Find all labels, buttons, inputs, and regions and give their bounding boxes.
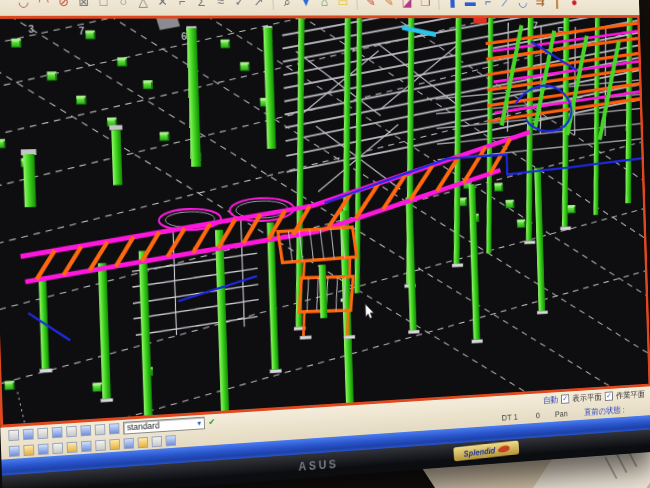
snap-corner-icon[interactable]: ⌐: [174, 0, 190, 7]
model-viewport[interactable]: 3 7 6 5 7 E: [0, 15, 650, 428]
svg-text:3: 3: [28, 23, 34, 35]
style-combo-value: standard: [127, 420, 160, 432]
snap-wave-icon[interactable]: ≈: [213, 0, 229, 7]
record-icon[interactable]: ●: [567, 0, 581, 7]
monitor-screen: ◡◠⊘⊠□○△✕⌐Σ≈✓↗⌕▼⌂▭✎✎◪❐▮▬⌐⟋◡⇉❙●: [0, 0, 650, 488]
snap-circle-icon[interactable]: ○: [115, 0, 131, 7]
top-toolbar: ◡◠⊘⊠□○△✕⌐Σ≈✓↗⌕▼⌂▭✎✎◪❐▮▬⌐⟋◡⇉❙●: [0, 0, 639, 16]
snap-sum-icon[interactable]: Σ: [193, 0, 209, 7]
tall-columns[interactable]: [17, 26, 278, 207]
model-3d-scene[interactable]: 3 7 6 5 7 E: [0, 18, 648, 425]
work-area-icon[interactable]: ⌂: [317, 0, 332, 7]
snap-square-icon[interactable]: □: [95, 0, 111, 7]
splendid-sticker: Splendid: [453, 440, 519, 461]
girt-lines[interactable]: [130, 219, 259, 337]
mini-snap-icon[interactable]: [52, 442, 63, 454]
snap-arrow-icon[interactable]: ↗: [251, 0, 267, 7]
prev-state-label: 直前の状態 :: [584, 404, 625, 419]
mini-tool-icon[interactable]: [109, 423, 120, 434]
svg-text:6: 6: [181, 30, 187, 42]
splendid-sticker-text: Splendid: [463, 445, 495, 458]
snap-box-icon[interactable]: ⊠: [75, 0, 92, 7]
work-plane-checkbox[interactable]: ✓: [605, 391, 613, 401]
combo-caret-icon[interactable]: ▾: [197, 418, 201, 427]
zero-indicator: 0: [536, 411, 540, 420]
concrete-slab[interactable]: [156, 18, 180, 30]
mode-indicator: Pan: [555, 409, 568, 419]
create-twin-profile-icon[interactable]: ⇉: [533, 0, 547, 7]
mini-snap-icon[interactable]: [38, 443, 49, 455]
mini-tool-icon[interactable]: [52, 426, 63, 438]
apply-check-icon[interactable]: ✔: [208, 417, 215, 427]
cross-braces[interactable]: [296, 44, 464, 193]
asus-logo: ASUS: [298, 457, 338, 473]
pen-red-icon[interactable]: ✎: [363, 0, 378, 7]
snap-cross-icon[interactable]: ✕: [155, 0, 171, 7]
mini-snap-icon[interactable]: [138, 436, 149, 447]
weld-symbol-icon[interactable]: ◡: [15, 0, 32, 7]
blue-pipes[interactable]: [19, 41, 646, 342]
view-plane-checkbox[interactable]: ✓: [561, 394, 569, 404]
pen-orange-icon[interactable]: ✎: [382, 0, 397, 7]
red-member: [473, 18, 486, 24]
work-plane-label: 作業平面: [616, 388, 645, 402]
toolbar-separator: [272, 0, 273, 10]
mini-snap-icon[interactable]: [165, 435, 176, 446]
binoculars-icon[interactable]: ⌕: [280, 0, 296, 7]
mini-tool-icon[interactable]: [95, 423, 106, 434]
copy-icon[interactable]: ❐: [418, 0, 433, 7]
swatch-icon[interactable]: ◪: [400, 0, 415, 7]
view-plane-label: 表示平面: [572, 391, 602, 405]
toolbar-separator: [356, 0, 357, 10]
mini-tool-icon[interactable]: [37, 427, 48, 439]
construction-grid-lines[interactable]: [0, 18, 648, 425]
mini-snap-icon[interactable]: [109, 438, 120, 449]
mini-snap-icon[interactable]: [95, 439, 106, 451]
create-column-icon[interactable]: ▮: [445, 0, 460, 7]
mini-snap-icon[interactable]: [9, 445, 20, 457]
filter-icon[interactable]: ▼: [298, 0, 313, 7]
foundation-footings[interactable]: [0, 29, 580, 397]
svg-text:7: 7: [533, 20, 538, 31]
mini-tool-icon[interactable]: [80, 424, 91, 436]
create-polybeam-icon[interactable]: ⌐: [480, 0, 495, 7]
cyan-pipe[interactable]: [402, 27, 436, 35]
dt-indicator: DT 1: [502, 412, 518, 422]
no-weld-icon[interactable]: ⊘: [55, 0, 72, 7]
mini-snap-icon[interactable]: [67, 441, 78, 453]
snap-check-icon[interactable]: ✓: [232, 0, 248, 7]
svg-text:7: 7: [79, 24, 85, 36]
mini-snap-icon[interactable]: [123, 437, 134, 448]
create-curved-beam-icon[interactable]: ◡: [515, 0, 529, 7]
mini-snap-icon[interactable]: [23, 444, 34, 456]
mini-tool-icon[interactable]: [23, 428, 34, 440]
create-beam-icon[interactable]: ▬: [463, 0, 478, 7]
create-slanted-beam-icon[interactable]: ⟋: [498, 0, 513, 7]
note-icon[interactable]: ▭: [335, 0, 350, 7]
auto-plane-label: 自動: [543, 394, 558, 407]
weld-symbol2-icon[interactable]: ◠: [35, 0, 52, 7]
mini-tool-icon[interactable]: [8, 429, 19, 441]
toolbar-separator: [438, 0, 439, 10]
mini-snap-icon[interactable]: [152, 435, 163, 446]
create-pole-icon[interactable]: ❙: [550, 0, 564, 7]
mini-tool-icon[interactable]: [66, 425, 77, 437]
snap-triangle-icon[interactable]: △: [135, 0, 151, 7]
mouse-cursor: [365, 304, 374, 319]
sticker-swoosh-icon: [497, 445, 510, 453]
mini-snap-icon[interactable]: [81, 440, 92, 452]
